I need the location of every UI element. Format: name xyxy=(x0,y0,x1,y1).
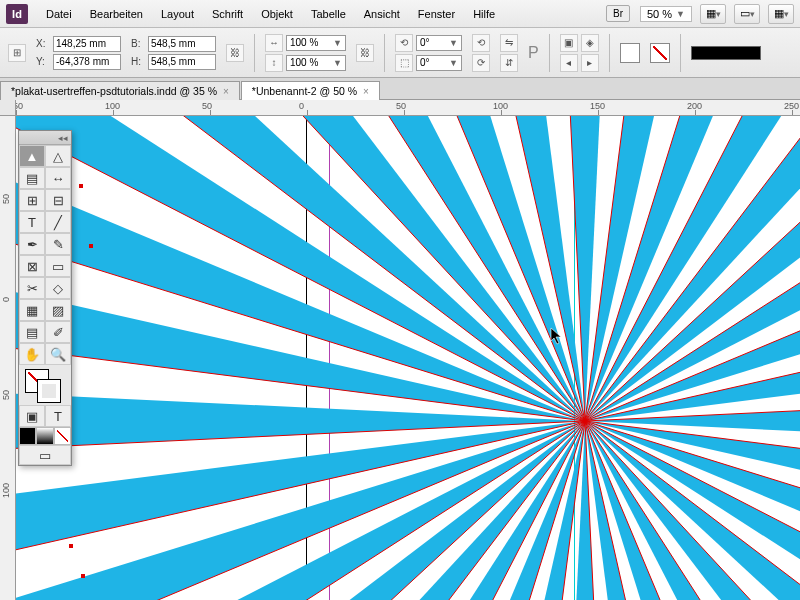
hand-tool[interactable]: ✋ xyxy=(19,343,45,365)
close-icon[interactable]: × xyxy=(223,86,229,97)
document-tab-2[interactable]: *Unbenannt-2 @ 50 %× xyxy=(241,81,380,100)
menu-object[interactable]: Objekt xyxy=(253,4,301,24)
shear-icon: ⬚ xyxy=(395,54,413,72)
note-tool[interactable]: ▤ xyxy=(19,321,45,343)
arrange-docs-button[interactable]: ▦▾ xyxy=(768,4,794,24)
svg-rect-36 xyxy=(79,184,83,188)
page-tool[interactable]: ▤ xyxy=(19,167,45,189)
menu-bar: Id Datei Bearbeiten Layout Schrift Objek… xyxy=(0,0,800,28)
ruler-corner xyxy=(0,100,16,116)
content-placer-tool[interactable]: ⊟ xyxy=(45,189,71,211)
svg-marker-18 xyxy=(16,390,585,452)
pencil-tool[interactable]: ✎ xyxy=(45,233,71,255)
canvas[interactable] xyxy=(16,116,800,600)
menu-type[interactable]: Schrift xyxy=(204,4,251,24)
w-label: B: xyxy=(131,38,145,49)
workspace: 15010050050100150200250 10050050100 ◂◂ ▲… xyxy=(0,100,800,600)
eyedropper-tool[interactable]: ✐ xyxy=(45,321,71,343)
constrain-wh-icon[interactable]: ⛓ xyxy=(226,44,244,62)
control-bar: ⊞ X: Y: B: H: ⛓ ↔100 %▼ ↕100 %▼ ⛓ ⟲0°▼ ⬚… xyxy=(0,28,800,78)
view-options-button[interactable]: ▦▾ xyxy=(700,4,726,24)
fill-stroke-control[interactable] xyxy=(19,365,71,405)
reference-point-icon[interactable]: ⊞ xyxy=(8,44,26,62)
scissors-tool[interactable]: ✂ xyxy=(19,277,45,299)
zoom-level-select[interactable]: 50 %▼ xyxy=(640,6,692,22)
content-collector-tool[interactable]: ⊞ xyxy=(19,189,45,211)
select-container-icon[interactable]: ▣ xyxy=(560,34,578,52)
scale-y-icon: ↕ xyxy=(265,54,283,72)
panel-collapse-icon[interactable]: ◂◂ xyxy=(19,131,71,145)
flip-h-icon[interactable]: ⇋ xyxy=(500,34,518,52)
gradient-swatch-tool[interactable]: ▦ xyxy=(19,299,45,321)
screen-mode-tool[interactable]: ▭ xyxy=(19,445,71,465)
menu-window[interactable]: Fenster xyxy=(410,4,463,24)
w-field[interactable] xyxy=(148,36,216,52)
formatting-text-icon[interactable]: T xyxy=(45,405,71,427)
select-next-icon[interactable]: ▸ xyxy=(581,54,599,72)
h-field[interactable] xyxy=(148,54,216,70)
svg-rect-39 xyxy=(81,574,85,578)
rectangle-frame-tool[interactable]: ⊠ xyxy=(19,255,45,277)
select-content-icon[interactable]: ◈ xyxy=(581,34,599,52)
stroke-swatch[interactable] xyxy=(650,43,670,63)
apply-gradient-icon[interactable] xyxy=(36,427,53,445)
document-tab-1[interactable]: *plakat-usertreffen-psdtutorials.indd @ … xyxy=(0,81,240,100)
gap-tool[interactable]: ↔ xyxy=(45,167,71,189)
zoom-tool[interactable]: 🔍 xyxy=(45,343,71,365)
rotate-icon: ⟲ xyxy=(395,34,413,52)
stroke-weight-select[interactable] xyxy=(691,46,761,60)
fill-swatch[interactable] xyxy=(620,43,640,63)
horizontal-ruler: 15010050050100150200250 xyxy=(16,100,800,116)
menu-edit[interactable]: Bearbeiten xyxy=(82,4,151,24)
rectangle-tool[interactable]: ▭ xyxy=(45,255,71,277)
x-field[interactable] xyxy=(53,36,121,52)
selection-tool[interactable]: ▲ xyxy=(19,145,45,167)
h-label: H: xyxy=(131,56,145,67)
p-indicator: P xyxy=(528,44,539,62)
svg-rect-37 xyxy=(89,244,93,248)
rotate-field[interactable]: 0°▼ xyxy=(416,35,462,51)
formatting-container-icon[interactable]: ▣ xyxy=(19,405,45,427)
menu-layout[interactable]: Layout xyxy=(153,4,202,24)
apply-color-icon[interactable] xyxy=(19,427,36,445)
zoom-value: 50 % xyxy=(647,8,672,20)
flip-v-icon[interactable]: ⇵ xyxy=(500,54,518,72)
y-field[interactable] xyxy=(53,54,121,70)
menu-table[interactable]: Tabelle xyxy=(303,4,354,24)
direct-selection-tool[interactable]: △ xyxy=(45,145,71,167)
apply-none-icon[interactable] xyxy=(54,427,71,445)
app-logo: Id xyxy=(6,4,28,24)
menu-view[interactable]: Ansicht xyxy=(356,4,408,24)
rotate-ccw-icon[interactable]: ⟲ xyxy=(472,34,490,52)
tools-panel[interactable]: ◂◂ ▲ △ ▤ ↔ ⊞ ⊟ T ╱ ✒ ✎ ⊠ ▭ ✂ ◇ ▦ ▨ ▤ ✐ ✋… xyxy=(18,130,72,466)
document-tab-bar: *plakat-usertreffen-psdtutorials.indd @ … xyxy=(0,78,800,100)
scale-x-field[interactable]: 100 %▼ xyxy=(286,35,346,51)
svg-rect-38 xyxy=(69,544,73,548)
type-tool[interactable]: T xyxy=(19,211,45,233)
line-tool[interactable]: ╱ xyxy=(45,211,71,233)
bridge-button[interactable]: Br xyxy=(606,5,630,22)
y-label: Y: xyxy=(36,56,50,67)
x-label: X: xyxy=(36,38,50,49)
artwork-svg xyxy=(16,116,800,600)
scale-y-field[interactable]: 100 %▼ xyxy=(286,55,346,71)
menu-file[interactable]: Datei xyxy=(38,4,80,24)
scale-x-icon: ↔ xyxy=(265,34,283,52)
vertical-ruler: 10050050100 xyxy=(0,116,16,600)
constrain-scale-icon[interactable]: ⛓ xyxy=(356,44,374,62)
select-prev-icon[interactable]: ◂ xyxy=(560,54,578,72)
pen-tool[interactable]: ✒ xyxy=(19,233,45,255)
screen-mode-button[interactable]: ▭▾ xyxy=(734,4,760,24)
rotate-cw-icon[interactable]: ⟳ xyxy=(472,54,490,72)
gradient-feather-tool[interactable]: ▨ xyxy=(45,299,71,321)
shear-field[interactable]: 0°▼ xyxy=(416,55,462,71)
close-icon[interactable]: × xyxy=(363,86,369,97)
menu-help[interactable]: Hilfe xyxy=(465,4,503,24)
free-transform-tool[interactable]: ◇ xyxy=(45,277,71,299)
stroke-color-icon[interactable] xyxy=(37,379,61,403)
chevron-down-icon: ▼ xyxy=(676,9,685,19)
